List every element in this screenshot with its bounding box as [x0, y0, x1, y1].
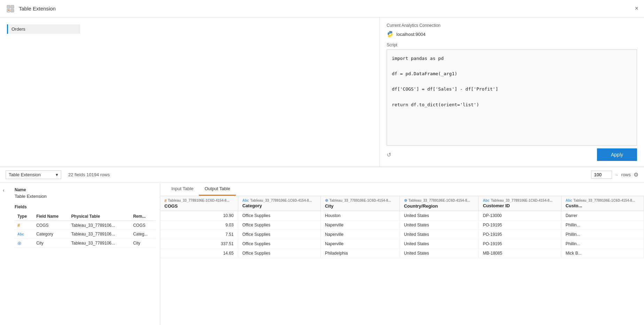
- table-cell: Phillin...: [561, 220, 644, 230]
- table-cell: Naperville: [320, 230, 399, 239]
- field-name: COGS: [33, 221, 68, 230]
- extension-select[interactable]: Table Extension ▾: [6, 170, 61, 179]
- table-row: 9.03Office SuppliesNapervilleUnited Stat…: [160, 220, 644, 230]
- col-header-physical: Physical Table: [69, 212, 131, 221]
- apply-button[interactable]: Apply: [597, 148, 637, 161]
- col-uuid: Tableau_33_7789106E-1C6D-4154-8...: [574, 199, 635, 202]
- rows-control: → rows ⚙: [591, 171, 638, 179]
- table-cell: Philadelphia: [320, 249, 399, 258]
- table-cell: Office Supplies: [238, 211, 320, 220]
- col-type-indicator: Abc Tableau_33_7789106E-1C6D-4154-8...: [566, 199, 639, 202]
- fields-title: Fields: [15, 204, 156, 209]
- tab-output-table[interactable]: Output Table: [199, 183, 235, 196]
- svg-rect-0: [7, 5, 10, 8]
- col-uuid: Tableau_33_7789106E-1C6D-4154-8...: [491, 199, 552, 202]
- table-cell: Naperville: [320, 220, 399, 230]
- settings-icon[interactable]: ⚙: [634, 171, 638, 178]
- col-type-indicator: Abc Tableau_33_7789106E-1C6D-4154-8...: [242, 199, 316, 202]
- col-uuid: Tableau_33_7789106E-1C6D-4154-8...: [409, 199, 470, 202]
- field-physical-table: Tableau_33_7789106...: [69, 221, 131, 230]
- data-table: # Tableau_33_7789106E-1C6D-4154-8... COG…: [160, 196, 644, 258]
- field-type: #: [15, 221, 33, 230]
- name-value: Table Extension: [15, 194, 156, 199]
- connection-name: localhost:9004: [396, 32, 426, 37]
- table-cell: Houston: [320, 211, 399, 220]
- table-cell: PO-19195: [479, 230, 561, 239]
- lower-left: ‹ Name Table Extension Fields Type Field…: [0, 183, 160, 325]
- table-cell: Office Supplies: [238, 249, 320, 258]
- field-rem: City: [130, 239, 156, 248]
- table-cell: Darrer: [561, 211, 644, 220]
- col-type-indicator: ⊕ Tableau_33_7789106E-1C6D-4154-8...: [404, 198, 474, 203]
- col-uuid: Tableau_33_7789106E-1C6D-4154-8...: [250, 199, 312, 202]
- table-cell: Naperville: [320, 239, 399, 249]
- table-cell: PO-19195: [479, 220, 561, 230]
- field-type: ⊕: [15, 239, 33, 248]
- rows-input[interactable]: [591, 171, 612, 179]
- field-physical-table: Tableau_33_7789106...: [69, 239, 131, 248]
- fields-table: Type Field Name Physical Table Rem... # …: [15, 212, 156, 248]
- script-content: import pandas as pd df = pd.DataFrame(_a…: [392, 55, 632, 109]
- col-type-indicator: # Tableau_33_7789106E-1C6D-4154-8...: [164, 199, 234, 203]
- analytics-connection: localhost:9004: [387, 31, 637, 38]
- tabs: Input Table Output Table: [160, 183, 644, 196]
- extension-select-label: Table Extension: [9, 172, 41, 177]
- field-rem: Categ...: [130, 230, 156, 239]
- table-cell: Office Supplies: [238, 220, 320, 230]
- svg-rect-1: [11, 5, 14, 8]
- python-icon: [387, 31, 394, 38]
- table-cell: Office Supplies: [238, 239, 320, 249]
- svg-rect-3: [11, 9, 14, 12]
- table-row: 7.51Office SuppliesNapervilleUnited Stat…: [160, 230, 644, 239]
- table-cell: United States: [399, 211, 479, 220]
- title-bar: Table Extension ×: [0, 0, 644, 17]
- col-name: City: [325, 203, 395, 209]
- col-uuid: Tableau_33_7789106E-1C6D-4154-8...: [168, 199, 230, 202]
- field-physical-table: Tableau_33_7789106...: [69, 230, 131, 239]
- name-label: Name: [15, 187, 156, 192]
- left-panel: [0, 17, 380, 167]
- table-name-input[interactable]: [7, 24, 80, 34]
- close-button[interactable]: ×: [635, 5, 638, 12]
- col-header-type: Type: [15, 212, 33, 221]
- script-reset-icon[interactable]: ↺: [387, 152, 391, 158]
- field-name: Category: [33, 230, 68, 239]
- field-rem: COGS: [130, 221, 156, 230]
- table-cell: 337.51: [160, 239, 238, 249]
- side-nav: Name Table Extension Fields Type Field N…: [10, 183, 160, 325]
- table-row: 14.65Office SuppliesPhiladelphiaUnited S…: [160, 249, 644, 258]
- bottom-toolbar: Table Extension ▾ 22 fields 10194 rows →…: [0, 167, 644, 183]
- app-window: Table Extension × Current Analytics Conn…: [0, 0, 644, 325]
- table-cell: United States: [399, 230, 479, 239]
- top-section: Current Analytics Connection localhost:9…: [0, 17, 644, 167]
- table-cell: Office Supplies: [238, 230, 320, 239]
- script-editor[interactable]: import pandas as pd df = pd.DataFrame(_a…: [387, 49, 637, 146]
- tab-input-table[interactable]: Input Table: [166, 183, 199, 196]
- table-row: 10.90Office SuppliesHoustonUnited States…: [160, 211, 644, 220]
- col-header-fieldname: Field Name: [33, 212, 68, 221]
- col-type-indicator: Abc Tableau_33_7789106E-1C6D-4154-8...: [483, 199, 557, 202]
- table-cell: MB-18085: [479, 249, 561, 258]
- table-cell: United States: [399, 220, 479, 230]
- col-name: Country/Region: [404, 203, 474, 209]
- script-bottom-bar: ↺ Apply: [387, 148, 637, 161]
- extension-select-arrow: ▾: [56, 172, 58, 177]
- right-panel: Current Analytics Connection localhost:9…: [380, 17, 644, 167]
- table-cell: United States: [399, 239, 479, 249]
- table-cell: DP-13000: [479, 211, 561, 220]
- table-cell: PO-19195: [479, 239, 561, 249]
- field-name: City: [33, 239, 68, 248]
- table-cell: Mick B...: [561, 249, 644, 258]
- script-label: Script: [387, 42, 637, 47]
- window-title: Table Extension: [19, 6, 635, 11]
- rows-label: rows: [621, 172, 631, 177]
- col-name: Category: [242, 203, 316, 208]
- table-cell: 7.51: [160, 230, 238, 239]
- table-cell: 9.03: [160, 220, 238, 230]
- table-row: 337.51Office SuppliesNapervilleUnited St…: [160, 239, 644, 249]
- field-type: Abc: [15, 230, 33, 239]
- collapse-button[interactable]: ‹: [0, 183, 10, 325]
- table-cell: 14.65: [160, 249, 238, 258]
- table-cell: Phillin...: [561, 230, 644, 239]
- col-name: Custo...: [566, 203, 639, 208]
